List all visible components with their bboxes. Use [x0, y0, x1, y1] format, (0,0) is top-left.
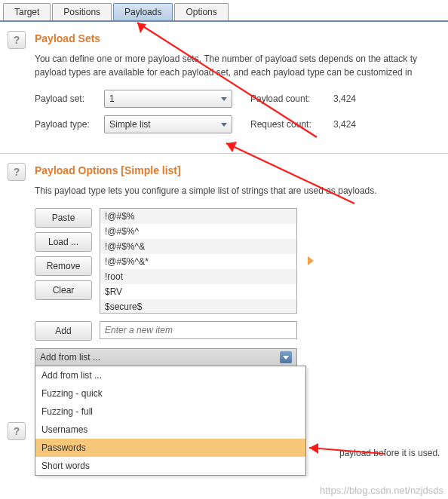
payload-options-description: This payload type lets you configure a s…	[35, 184, 440, 197]
addfrom-option[interactable]: Add from list ...	[35, 366, 305, 384]
svg-marker-5	[309, 443, 318, 454]
list-item[interactable]: $RV	[100, 284, 296, 299]
tab-positions[interactable]: Positions	[52, 3, 112, 20]
tab-payloads[interactable]: Payloads	[113, 3, 173, 20]
chevron-down-icon	[221, 123, 227, 127]
list-item[interactable]: !@#$%^	[100, 224, 296, 239]
list-item[interactable]: $secure$	[100, 299, 296, 314]
payload-set-value: 1	[109, 93, 115, 104]
list-item[interactable]: !@#$%^&	[100, 239, 296, 254]
payload-options-section: ? Payload Options [Simple list] This pay…	[0, 154, 448, 374]
payload-type-value: Simple list	[109, 119, 151, 130]
top-tabs: Target Positions Payloads Options	[0, 0, 448, 22]
payload-type-select[interactable]: Simple list	[104, 115, 232, 133]
request-count-value: 3,424	[333, 119, 356, 130]
remove-button[interactable]: Remove	[35, 256, 92, 276]
help-icon[interactable]: ?	[8, 31, 26, 49]
addfrom-option-passwords[interactable]: Passwords	[35, 439, 305, 457]
list-item[interactable]: !root	[100, 269, 296, 284]
addfrom-option-fuzzing-full[interactable]: Fuzzing - full	[35, 403, 305, 421]
processing-trail-text: payload before it is used.	[339, 448, 440, 458]
add-from-list-menu: Add from list ... Fuzzing - quick Fuzzin…	[35, 366, 306, 476]
addfrom-option-usernames[interactable]: Usernames	[35, 421, 305, 439]
addfrom-option-fuzzing-quick[interactable]: Fuzzing - quick	[35, 384, 305, 403]
payload-set-label: Payload set:	[35, 93, 104, 104]
payload-count-label: Payload count:	[250, 93, 333, 104]
tab-options[interactable]: Options	[174, 3, 228, 20]
clear-button[interactable]: Clear	[35, 280, 92, 300]
addfrom-option-short-words[interactable]: Short words	[35, 457, 305, 475]
expand-triangle-icon[interactable]	[308, 256, 314, 265]
add-from-list-value: Add from list ...	[40, 352, 100, 363]
load-button[interactable]: Load ...	[35, 232, 92, 252]
watermark-text: https://blog.csdn.net/nzjdsds	[320, 485, 443, 496]
list-item[interactable]: !@#$%	[100, 209, 296, 224]
request-count-label: Request count:	[250, 119, 333, 130]
payload-listbox[interactable]: !@#$% !@#$%^ !@#$%^& !@#$%^&* !root $RV …	[100, 208, 297, 314]
tab-target[interactable]: Target	[3, 3, 51, 20]
list-item[interactable]: !@#$%^&*	[100, 254, 296, 269]
add-item-input[interactable]	[100, 321, 297, 339]
paste-button[interactable]: Paste	[35, 208, 92, 228]
help-icon[interactable]: ?	[8, 163, 26, 181]
payload-sets-heading: Payload Sets	[35, 32, 440, 44]
help-icon[interactable]: ?	[8, 422, 26, 440]
add-button[interactable]: Add	[35, 321, 92, 341]
chevron-down-icon	[221, 97, 227, 101]
chevron-down-icon	[280, 351, 292, 363]
payload-sets-description: You can define one or more payload sets.…	[35, 52, 440, 79]
payload-options-heading: Payload Options [Simple list]	[35, 164, 440, 176]
add-from-list-select[interactable]: Add from list ...	[35, 348, 297, 366]
payload-type-label: Payload type:	[35, 119, 104, 130]
payload-count-value: 3,424	[333, 93, 356, 104]
payload-set-select[interactable]: 1	[104, 90, 232, 108]
payload-sets-section: ? Payload Sets You can define one or mor…	[0, 22, 448, 148]
